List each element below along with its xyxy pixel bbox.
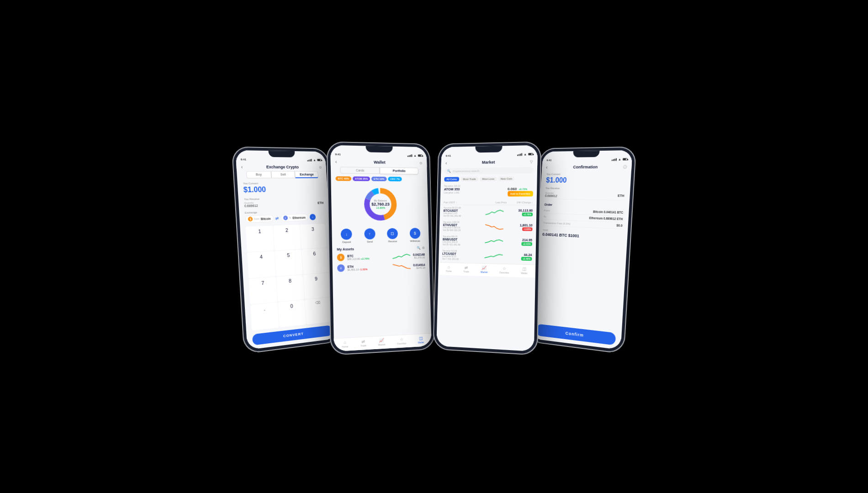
filter-new-coin[interactable]: New Coin	[498, 177, 514, 181]
nav-market-2[interactable]: 📈 Market	[378, 338, 386, 346]
info-icon-1[interactable]: ⊙	[319, 165, 322, 169]
col-last: Last Price	[481, 201, 507, 204]
convert-amount: $1.000	[243, 185, 323, 194]
back-btn-3[interactable]: ‹	[445, 161, 447, 166]
market-row-eth[interactable]: Top price 2,600.30 ETH/USDT Low price 0,…	[439, 219, 536, 235]
btc-info: BTC $30,113.80 +2.76%	[347, 253, 390, 260]
filter-icon-assets[interactable]: ⚙	[422, 246, 425, 250]
confirm-title: Confirmation	[573, 165, 598, 169]
donut-chart: My Balance $2,760.23 +2.60%	[360, 184, 401, 225]
from-coin[interactable]: ₿ Form Bitcoin	[245, 215, 274, 223]
tab-buy[interactable]: Buy	[246, 171, 271, 178]
action-buttons: ↓ Deposit ↑ Send ⊡ Receive $ Withdraw	[332, 226, 429, 246]
eth-value: 0.014914 $270.10	[413, 263, 425, 269]
nav-wallet-2[interactable]: ◫ Wallet	[418, 336, 424, 344]
assets-filter-icons: 🔍 ⚙	[417, 246, 424, 250]
assets-section: My Assets 🔍 ⚙ ₿ BTC $30,113.80	[332, 244, 431, 338]
market-label-2: Market	[378, 343, 385, 346]
receive-label: Receive	[388, 240, 397, 242]
nav-market-3[interactable]: 📈 Market	[481, 266, 488, 273]
confirm-details: You Convert $1.000 You Receive Quantity …	[536, 171, 631, 253]
key-dot[interactable]: .	[250, 302, 279, 330]
nav-home-3[interactable]: ⌂ Home	[446, 265, 452, 273]
market-row-ltc[interactable]: Top price 413.96 LTC/USDT Low price 42.1…	[439, 248, 536, 265]
phone-exchange: 9:41 ▲ ‹ Exchange Crypto ⊙ Buy	[232, 147, 341, 354]
wallet-settings-icon[interactable]: ⊙	[419, 161, 423, 165]
add-favorites-btn[interactable]: Add to Favorites	[508, 191, 533, 196]
nav-wallet-3[interactable]: ◫ Wallet	[521, 267, 527, 275]
time-4: 9:41	[546, 159, 551, 162]
withdraw-label: Withdraw	[410, 240, 420, 242]
swap-icon[interactable]: ⇌	[275, 216, 279, 220]
nav-trade-2[interactable]: ⇌ Trade	[360, 339, 366, 347]
tab-portfolio[interactable]: Portfolio	[380, 167, 418, 174]
key-3[interactable]: 3	[300, 224, 327, 249]
key-del[interactable]: ⌫	[305, 297, 332, 325]
market-title: Market	[482, 160, 495, 164]
eth-market-price: 1,801.10	[503, 223, 533, 227]
from-label: Form	[254, 217, 259, 220]
featured-change: +0.72%	[519, 188, 527, 190]
key-8[interactable]: 8	[276, 274, 304, 301]
exchange-title: Exchange Crypto	[266, 165, 299, 169]
phone-confirmation: 9:41 ▲ ‹ Confirmation ⓘ You Convert	[527, 147, 636, 354]
deposit-btn[interactable]: ↓ Deposit	[341, 229, 352, 244]
search-bar[interactable]: 🔍 Cryptocurrency search	[445, 167, 534, 174]
back-btn-1[interactable]: ‹	[241, 164, 243, 169]
back-btn-2[interactable]: ‹	[335, 159, 337, 164]
exchange-tabs: Buy Sell Exchange	[237, 171, 327, 180]
nav-favorites-3[interactable]: ☆ Favorites	[499, 266, 509, 274]
col-change: 24H Change ↓	[507, 201, 533, 204]
tab-sell[interactable]: Sell	[271, 171, 296, 178]
home-icon-2: ⌂	[344, 340, 346, 345]
market-row-bnb[interactable]: Top price 690.15 BNB/USDT Low price 309.…	[439, 234, 536, 250]
arrow-btn[interactable]: ›	[309, 214, 316, 220]
filter-icon-market[interactable]: ▽	[530, 160, 533, 164]
to-coin[interactable]: Ξ To Ethereum	[281, 214, 308, 222]
wallet-header: ‹ Wallet ⊙	[331, 157, 427, 167]
tab-cards[interactable]: Cards	[340, 167, 380, 174]
tab-exchange[interactable]: Exchange	[295, 171, 318, 178]
back-btn-4[interactable]: ‹	[546, 165, 548, 170]
key-5[interactable]: 5	[275, 250, 303, 276]
btc-price: $30,113.80 +2.76%	[347, 257, 390, 260]
info-icon-4[interactable]: ⓘ	[623, 164, 627, 169]
send-icon: ↑	[364, 228, 375, 239]
featured-price: 0.060	[508, 187, 517, 191]
key-6[interactable]: 6	[302, 248, 328, 274]
key-0[interactable]: 0	[278, 299, 306, 327]
balance-chart: My Balance $2,760.23 +2.60%	[331, 182, 428, 227]
filter-most-trade[interactable]: Most Trade	[461, 177, 478, 181]
phone-market: 9:41 ▲ ‹ Market ▽ 🔍 Crypt	[433, 142, 541, 356]
withdraw-icon: $	[409, 228, 420, 239]
filter-all[interactable]: All Coins	[444, 177, 459, 182]
home-icon-3: ⌂	[448, 265, 450, 269]
ltc-change: +2.40%	[521, 257, 532, 261]
conf-from-label: Form	[544, 209, 550, 212]
withdraw-btn[interactable]: $ Withdraw	[409, 228, 420, 242]
qty-val-1: 0.689612	[244, 204, 258, 208]
favorites-icon-3: ☆	[503, 266, 506, 271]
key-4[interactable]: 4	[247, 251, 276, 278]
notch-1	[268, 151, 295, 157]
market-icon-2: 📈	[379, 338, 384, 343]
key-2[interactable]: 2	[273, 225, 301, 251]
eth-asset-icon: Ξ	[337, 264, 345, 272]
filter-most-lose[interactable]: Most Lose	[480, 177, 497, 181]
balance-amount: $2,760.23	[371, 202, 390, 206]
time-1: 9:41	[241, 158, 247, 161]
receive-btn[interactable]: ⊡ Receive	[387, 228, 398, 243]
nav-home-2[interactable]: ⌂ Home	[342, 340, 348, 348]
key-1[interactable]: 1	[246, 226, 275, 252]
market-row-btc[interactable]: Top price 69,221.89 BTC/USDT Low price 1…	[440, 205, 537, 220]
balance-label: My Balance $2,760.23 +2.60%	[371, 199, 390, 209]
key-7[interactable]: 7	[249, 277, 278, 304]
key-9[interactable]: 9	[303, 273, 330, 299]
trade-icon-2: ⇌	[361, 339, 365, 344]
assets-header: My Assets 🔍 ⚙	[337, 246, 424, 252]
wallet-icon-3: ◫	[522, 267, 526, 271]
send-btn[interactable]: ↑ Send	[364, 228, 376, 243]
search-icon-assets[interactable]: 🔍	[417, 246, 421, 250]
nav-favorites-2[interactable]: ☆ Favorites	[397, 337, 407, 345]
nav-trade-3[interactable]: ⇌ Trade	[463, 265, 469, 273]
